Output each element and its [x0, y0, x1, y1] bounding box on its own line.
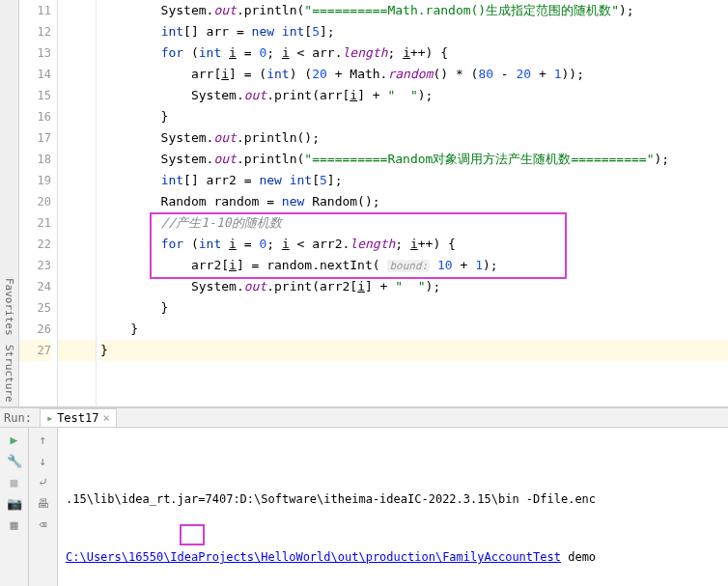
run-toolbar-secondary: ↑ ↓ ⤶ 🖶 ⌫: [29, 428, 58, 586]
tool-window-bar-left: Favorites Structure: [0, 0, 19, 406]
tool-icon[interactable]: 🔧: [7, 453, 22, 468]
stop-icon[interactable]: ■: [7, 474, 22, 489]
console-line: C:\Users\16550\IdeaProjects\HelloWorld\o…: [66, 547, 720, 567]
line-number[interactable]: 12: [19, 21, 51, 42]
console-line: .15\lib\idea_rt.jar=7407:D:\Software\ith…: [66, 489, 720, 509]
code-editor[interactable]: System.out.println("==========Math.rando…: [97, 0, 728, 406]
run-header: Run: ▸ Test17 ×: [0, 408, 728, 428]
console-output[interactable]: .15\lib\idea_rt.jar=7407:D:\Software\ith…: [58, 428, 728, 586]
line-number[interactable]: 26: [19, 319, 51, 340]
run-config-icon: ▸: [46, 411, 53, 425]
rerun-icon[interactable]: ▶: [7, 432, 22, 447]
layout-icon[interactable]: ▦: [7, 516, 22, 532]
editor-area: Favorites Structure 11 12 13 14 15 16 17…: [0, 0, 728, 407]
line-number[interactable]: 22: [19, 234, 51, 255]
clear-icon[interactable]: ⌫: [36, 516, 51, 532]
tab-structure[interactable]: Structure: [3, 345, 15, 403]
print-icon[interactable]: 🖶: [36, 495, 51, 511]
run-toolbar-primary: ▶ 🔧 ■ 📷 ▦: [0, 428, 29, 586]
line-number[interactable]: 27: [19, 340, 51, 361]
line-number-gutter[interactable]: 11 12 13 14 15 16 17 18 19 20 21 22 23 2…: [19, 0, 58, 406]
console-link[interactable]: C:\Users\16550\IdeaProjects\HelloWorld\o…: [66, 550, 561, 564]
camera-icon[interactable]: 📷: [7, 495, 22, 511]
wrap-icon[interactable]: ⤶: [36, 474, 51, 489]
run-tool-window: Run: ▸ Test17 × ▶ 🔧 ■ 📷 ▦ ↑ ↓ ⤶ 🖶 ⌫ .15\…: [0, 407, 728, 586]
fold-gutter[interactable]: [58, 0, 97, 406]
line-number[interactable]: 25: [19, 297, 51, 319]
line-number[interactable]: 13: [19, 42, 51, 64]
line-number[interactable]: 15: [19, 85, 51, 106]
tab-favorites[interactable]: Favorites: [3, 278, 15, 336]
line-number[interactable]: 11: [19, 0, 51, 21]
run-tab-label: Test17: [57, 411, 98, 425]
line-number[interactable]: 24: [19, 276, 51, 297]
annotation-highlight-output: [180, 524, 205, 545]
line-number[interactable]: 21: [19, 212, 51, 234]
up-icon[interactable]: ↑: [36, 432, 51, 447]
run-label: Run:: [4, 411, 32, 425]
line-number[interactable]: 20: [19, 191, 51, 212]
line-number[interactable]: 17: [19, 127, 51, 149]
line-number[interactable]: 19: [19, 170, 51, 191]
line-number[interactable]: 18: [19, 149, 51, 170]
line-number[interactable]: 16: [19, 106, 51, 127]
line-number[interactable]: 23: [19, 255, 51, 276]
close-icon[interactable]: ×: [103, 411, 110, 425]
down-icon[interactable]: ↓: [36, 453, 51, 468]
run-tab[interactable]: ▸ Test17 ×: [40, 408, 117, 427]
line-number[interactable]: 14: [19, 64, 51, 85]
